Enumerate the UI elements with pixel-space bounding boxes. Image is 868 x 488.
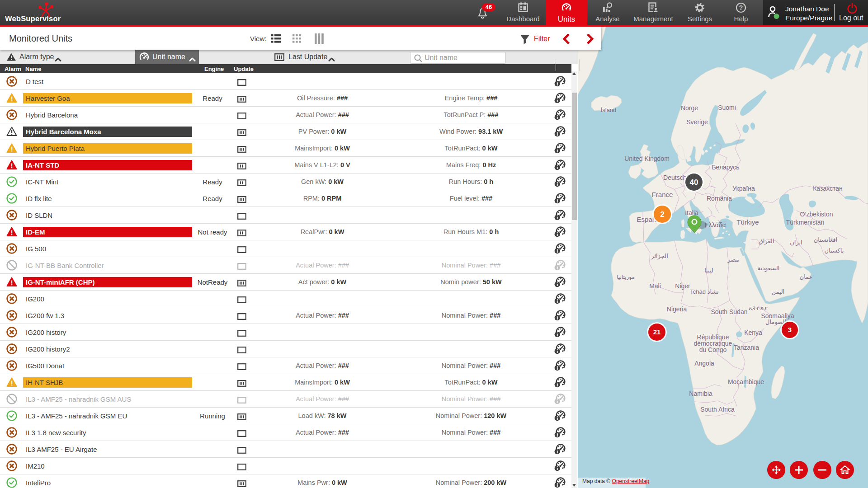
svg-text:موريتانيا: موريتانيا	[617, 274, 635, 281]
svg-text:العراق: العراق	[759, 238, 774, 245]
svg-text:Suomi: Suomi	[718, 104, 736, 111]
svg-text:United Kingdom: United Kingdom	[624, 155, 670, 162]
svg-text:ايران: ايران	[790, 239, 802, 246]
svg-text:Mali: Mali	[649, 282, 661, 290]
svg-text:Nigeria: Nigeria	[667, 305, 687, 313]
svg-text:اليمن: اليمن	[772, 288, 785, 296]
svg-text:South Africa: South Africa	[700, 406, 735, 413]
svg-text:O‘zbekiston: O‘zbekiston	[800, 211, 833, 218]
svg-text:السعودية: السعودية	[758, 265, 780, 272]
svg-text:Sverige: Sverige	[686, 118, 708, 126]
svg-text:Ísland: Ísland	[601, 107, 617, 113]
svg-text:Türkmenistan: Türkmenistan	[786, 219, 825, 226]
svg-text:افغانستان: افغانستان	[814, 236, 838, 243]
svg-text:Беларусь: Беларусь	[712, 164, 739, 171]
svg-text:Angola: Angola	[694, 360, 714, 367]
svg-text:du Congo: du Congo	[699, 346, 727, 353]
svg-text:France: France	[652, 191, 673, 198]
svg-text:Norge: Norge	[681, 104, 698, 112]
svg-text:Tchad تشاد: Tchad تشاد	[690, 288, 719, 295]
svg-text:Map data © OpenstreetMap: Map data © OpenstreetMap	[582, 478, 650, 484]
svg-text:ليبيا: ليبيا	[704, 267, 713, 274]
svg-text:România: România	[707, 195, 732, 202]
svg-text:Ελλάδα: Ελλάδα	[704, 221, 726, 229]
svg-text:Italia: Italia	[685, 209, 698, 216]
svg-text:مصر: مصر	[727, 256, 739, 263]
svg-text:الجزائر: الجزائر	[651, 253, 668, 260]
svg-text:Kenya: Kenya	[744, 329, 762, 336]
svg-text:Казахстан: Казахстан	[813, 185, 843, 192]
svg-text:South Sudan: South Sudan	[711, 308, 748, 315]
svg-text:عمان: عمان	[800, 273, 813, 280]
svg-text:ኢትዮጵያ: ኢትዮጵያ	[749, 305, 767, 311]
svg-text:Türkiye: Türkiye	[736, 218, 759, 226]
svg-text:Україна: Україна	[732, 185, 755, 192]
svg-text:21: 21	[653, 328, 661, 336]
svg-text:باكستان: باكستان	[825, 247, 844, 254]
svg-text:40: 40	[690, 178, 698, 187]
svg-text:Tanzania: Tanzania	[734, 344, 759, 351]
svg-text:2: 2	[660, 210, 664, 219]
svg-text:Moçambique: Moçambique	[728, 378, 764, 385]
svg-text:?: ?	[739, 4, 743, 11]
svg-text:3: 3	[788, 326, 792, 333]
svg-text:Niger: Niger	[675, 282, 690, 290]
svg-text:Namibia: Namibia	[689, 390, 712, 397]
